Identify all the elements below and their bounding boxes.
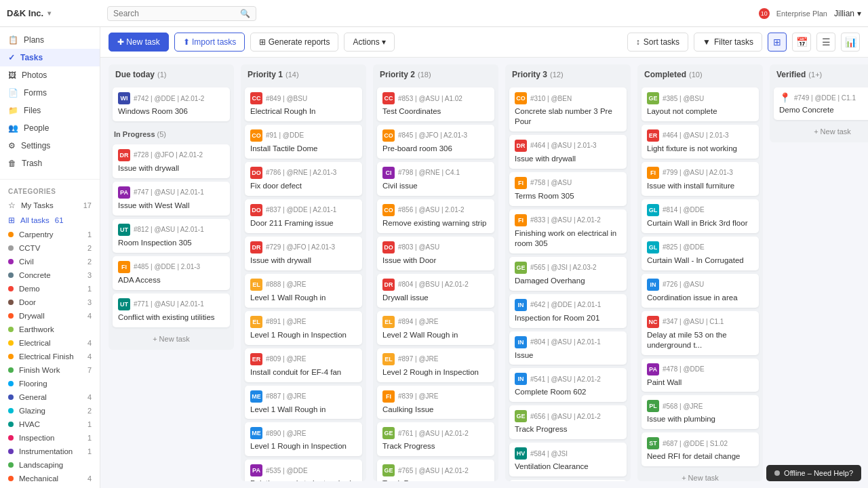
search-bar[interactable]: 🔍 [107,6,256,21]
task-card[interactable]: WI #742 | @DDE | A2.01-2 Windows Room 30… [113,87,230,121]
task-card[interactable]: GE #765 | @ASU | A2.01-2 Track Progress [377,460,494,481]
search-input[interactable] [113,9,237,18]
task-card[interactable]: DR #804 | @BSU | A2.01-2 Drywall issue [377,274,494,308]
task-card[interactable]: GE #385 | @BSU Layout not complete [642,87,759,121]
generate-reports-button[interactable]: ⊞ Generate reports [250,33,338,52]
board-view-button[interactable]: ⊞ [768,33,787,52]
task-card[interactable]: CO #91 | @DDE Install Tactile Dome [245,125,362,159]
task-card[interactable]: UT #812 | @ASU | A2.01-1 Room Inspection… [113,219,230,253]
sidebar-category-door[interactable]: Door3 [0,296,100,309]
task-card[interactable]: FI #839 | @JRE Caulking Issue [377,386,494,420]
sidebar-category-instrumentation[interactable]: Instrumentation1 [0,445,100,458]
task-card[interactable]: FI #758 | @ASU Terms Room 305 [509,172,627,206]
task-card[interactable]: IN #541 | @ASU | A2.01-2 Complete Room 6… [509,368,627,402]
task-card[interactable]: FI #485 | @DDE | 2.01-3 ADA Access [113,256,230,290]
sidebar-category-electrical-finish[interactable]: Electrical Finish4 [0,350,100,363]
task-card[interactable]: DR #729 | @JFO | A2.01-3 Issue with dryw… [245,237,362,270]
sidebar-my-tasks[interactable]: ☆ My Tasks 17 [0,198,100,213]
sidebar-category-carpentry[interactable]: Carpentry1 [0,228,100,241]
footer-status[interactable]: Offline – Need Help? [766,465,861,481]
sidebar-category-concrete[interactable]: Concrete3 [0,268,100,282]
task-card[interactable]: DO #786 | @RNE | A2.01-3 Fix door defect [245,162,362,196]
sidebar-category-finish-work[interactable]: Finish Work7 [0,363,100,377]
sidebar-category-mechanical[interactable]: Mechanical4 [0,472,100,485]
sidebar-category-drywall[interactable]: Drywall4 [0,309,100,323]
sidebar-item-photos[interactable]: 🖼 Photos [0,66,100,84]
filter-tasks-button[interactable]: ▼ Filter tasks [694,33,762,52]
sidebar-category-inspection[interactable]: Inspection1 [0,431,100,445]
task-card[interactable]: ST #687 | @DDE | S1.02 Need RFI for deta… [642,432,759,466]
notification-badge[interactable]: 10 [759,8,770,19]
task-card[interactable]: CC #853 | @ASU | A1.02 Test Coordinates [377,87,494,121]
sidebar-category-glazing[interactable]: Glazing2 [0,404,100,418]
task-card[interactable]: IN #804 | @ASU | A2.01-1 Issue [509,331,627,365]
calendar-view-button[interactable]: 📅 [792,33,811,52]
task-card[interactable]: PL #568 | @JRE Issue with plumbing [642,395,759,429]
sidebar-item-plans[interactable]: 📋 Plans [0,31,100,49]
chart-view-button[interactable]: 📊 [841,33,860,52]
new-task-button[interactable]: ✚ New task [108,33,169,52]
new-task-link[interactable]: + New task [642,470,759,481]
task-card[interactable]: CO #310 | @BEN Concrete slab number 3 Pr… [509,87,627,131]
sidebar-item-trash[interactable]: 🗑 Trash [0,155,100,172]
task-card[interactable]: GE #656 | @ASU | A2.01-2 Track Progress [509,405,627,439]
task-card[interactable]: FI #833 | @ASU | A2.01-2 Finishing work … [509,209,627,253]
task-card[interactable]: FI #799 | @ASU | A2.01-3 Issue with inst… [642,162,759,196]
task-card[interactable]: GE #565 | @JSI | A2.03-2 Damaged Overhan… [509,257,627,291]
task-card[interactable]: DR #464 | @ASU | 2.01-3 Issue with drywa… [509,135,627,169]
task-card[interactable]: IN #726 | @ASU Coordination issue in are… [642,274,759,308]
new-task-link[interactable]: + New task [774,123,868,140]
task-card[interactable]: EL #894 | @JRE Level 2 Wall Rough in [377,311,494,345]
task-card[interactable]: UT #771 | @ASU | A2.01-1 Conflict with e… [113,293,230,327]
sidebar-category-electrical[interactable]: Electrical4 [0,336,100,350]
task-card[interactable]: ME #887 | @JRE Level 1 Wall Rough in [245,386,362,420]
task-card[interactable]: DO #803 | @ASU Issue with Door [377,237,494,270]
list-view-button[interactable]: ☰ [816,33,835,52]
import-tasks-button[interactable]: ⬆ Import tasks [174,33,245,52]
task-card[interactable]: DO #837 | @DDE | A2.01-1 Door 211 Framin… [245,199,362,233]
task-card[interactable]: PA #535 | @DDE Painting needs to be touc… [245,460,362,481]
task-card[interactable]: CI #798 | @RNE | C4.1 Civil issue [377,162,494,196]
task-card[interactable]: GE #761 | @ASU | A2.01-2 Track Progress [377,422,494,456]
task-card[interactable]: GL #825 | @DDE Curtain Wall - In Corruga… [642,237,759,270]
task-card[interactable]: CO #845 | @JFO | A2.01-3 Pre-board room … [377,125,494,159]
sidebar-category-ncn[interactable]: NCN1 [0,485,100,488]
task-card[interactable]: IN #642 | @DDE | A2.01-1 Inspection for … [509,294,627,328]
task-card[interactable]: EL #888 | @JRE Level 1 Wall Rough in [245,274,362,308]
task-card[interactable]: GL #814 | @DDE Curtain Wall in Brick 3rd… [642,199,759,233]
task-card[interactable]: DR #728 | @JFO | A2.01-2 Issue with dryw… [113,144,230,178]
sidebar-category-demo[interactable]: Demo1 [0,282,100,296]
new-task-link[interactable]: + New task [113,331,230,347]
actions-button[interactable]: Actions ▾ [344,33,395,52]
sidebar-all-tasks[interactable]: ⊞ All tasks 61 [0,213,100,228]
category-count: 1 [87,447,92,455]
sidebar-category-cctv[interactable]: CCTV2 [0,241,100,255]
sidebar-category-flooring[interactable]: Flooring [0,377,100,390]
sidebar-item-files[interactable]: 📁 Files [0,102,100,119]
task-card[interactable]: CO #856 | @ASU | 2.01-2 Remove existing … [377,199,494,233]
task-card[interactable]: CC #849 | @BSU Electrical Rough In [245,87,362,121]
user-menu[interactable]: Jillian ▾ [834,9,861,18]
sidebar-item-forms[interactable]: 📄 Forms [0,84,100,102]
sidebar-category-civil[interactable]: Civil2 [0,255,100,268]
task-card[interactable]: PA #747 | @ASU | A2.01-1 Issue with West… [113,182,230,216]
sidebar-category-earthwork[interactable]: Earthwork [0,323,100,336]
task-card[interactable]: HV #584 | @JSI Ventilation Clearance [509,443,627,476]
task-card[interactable]: EL #897 | @JRE Level 2 Rough in Inspecti… [377,348,494,382]
sidebar-item-people[interactable]: 👥 People [0,119,100,137]
task-card[interactable]: PA #38 | @RNE | C4.1 Courtyard Photos [509,480,627,481]
sort-tasks-button[interactable]: ↕ Sort tasks [627,33,688,52]
sidebar-item-settings[interactable]: ⚙ Settings [0,137,100,155]
sidebar-category-landscaping[interactable]: Landscaping [0,458,100,472]
task-card[interactable]: 📍 #749 | @DDE | C1.1 Demo Concrete [774,87,868,120]
task-card[interactable]: EL #891 | @JRE Level 1 Rough in Inspecti… [245,311,362,345]
task-card[interactable]: ER #464 | @ASU | 2.01-3 Light fixture is… [642,125,759,159]
sidebar-item-tasks[interactable]: ✓ Tasks [0,49,100,66]
task-card[interactable]: PA #478 | @DDE Paint Wall [642,359,759,392]
sidebar-category-hvac[interactable]: HVAC1 [0,418,100,431]
task-card[interactable]: NC #347 | @ASU | C1.1 Delay at mile 53 o… [642,311,759,355]
task-card[interactable]: ME #890 | @JRE Level 1 Rough in Inspecti… [245,422,362,456]
company-logo[interactable]: D&K Inc. ▾ [7,8,102,18]
task-card[interactable]: ER #809 | @JRE Install conduit for EF-4 … [245,348,362,382]
sidebar-category-general[interactable]: General4 [0,390,100,404]
